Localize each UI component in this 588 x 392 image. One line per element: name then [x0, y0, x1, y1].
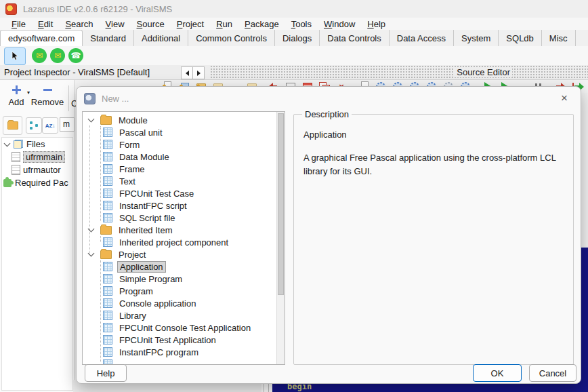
whatsapp-component-icon[interactable]: ☎: [68, 48, 83, 63]
tree-node-files[interactable]: Files: [2, 138, 72, 151]
unit-grid-icon: [103, 347, 112, 357]
add-button[interactable]: ▾ Add: [1, 83, 31, 113]
project-inspector-panel: ▾ Add Remove C AZ↓ m Files: [0, 80, 75, 392]
unit-grid-icon: [103, 201, 112, 210]
unit-grid-icon: [103, 298, 112, 308]
tree-folder-inherited-item[interactable]: Inherited Item: [83, 224, 285, 236]
ok-button[interactable]: OK: [473, 364, 522, 382]
description-groupbox: Description Application A graphical Free…: [293, 114, 574, 365]
tab-system[interactable]: System: [454, 30, 499, 46]
menu-bar: File Edit Search View Source Project Run…: [0, 18, 588, 30]
cursor-tool-button[interactable]: [4, 47, 26, 65]
tree-label: SQL Script file: [117, 213, 177, 223]
menu-window[interactable]: Window: [318, 18, 361, 30]
window-title: Lazarus IDE v2.0.6 r62129 - ViralSMS: [23, 4, 172, 14]
tree-node-ufrmautor[interactable]: ufrmautor: [2, 163, 72, 176]
tree-node-required-packages[interactable]: Required Pac: [2, 176, 72, 189]
tree-item-fpcunit-test-case[interactable]: FPCUnit Test Case: [83, 187, 285, 199]
sort-alphabetically-button[interactable]: AZ↓: [42, 117, 58, 134]
tree-label: Inherited Item: [117, 225, 175, 235]
tree-item-instantfpc-script[interactable]: InstantFPC script: [83, 199, 285, 212]
open-folder-button[interactable]: [3, 116, 22, 135]
tree-item-fpcunit-test-application[interactable]: FPCUnit Test Application: [83, 334, 285, 346]
tab-dialogs[interactable]: Dialogs: [275, 30, 320, 46]
menu-tools[interactable]: Tools: [285, 18, 318, 30]
menu-edit[interactable]: Edit: [32, 18, 59, 30]
unit-grid-icon: [103, 274, 112, 283]
cancel-button[interactable]: Cancel: [529, 364, 576, 382]
tab-data-access[interactable]: Data Access: [390, 30, 454, 46]
unit-file-icon: [12, 152, 20, 162]
sms-component-icon[interactable]: ✉: [32, 48, 47, 63]
tree-item-simple-program[interactable]: Simple Program: [83, 273, 285, 285]
tree-node-ufrmmain[interactable]: ufrmmain: [2, 151, 72, 163]
tab-sqldb[interactable]: SQLdb: [499, 30, 541, 46]
tree-item-program[interactable]: Program: [83, 285, 285, 297]
tree-item-pascal-unit[interactable]: Pascal unit: [83, 126, 285, 138]
menu-source[interactable]: Source: [131, 18, 171, 30]
show-hierarchy-button[interactable]: [26, 117, 42, 134]
tab-additional[interactable]: Additional: [134, 30, 188, 46]
tree-label: Files: [26, 139, 45, 149]
chevron-expanded-icon: [88, 250, 95, 257]
tree-item-form[interactable]: Form: [83, 138, 285, 151]
sms-inbox-component-icon[interactable]: ✉: [50, 48, 65, 63]
tab-common-controls[interactable]: Common Controls: [188, 30, 275, 46]
tree-label: ufrmautor: [23, 165, 61, 175]
tree-folder-project[interactable]: Project: [83, 248, 285, 260]
tree-item-data-module[interactable]: Data Module: [83, 151, 285, 163]
tree-item-fpcunit-console-test-application[interactable]: FPCUnit Console Test Application: [83, 321, 285, 334]
scrollbar-thumb[interactable]: [278, 113, 284, 295]
menu-package[interactable]: Package: [238, 18, 285, 30]
unit-grid-icon: [103, 140, 112, 149]
tree-item-inherited-project-component[interactable]: Inherited project component: [83, 236, 285, 248]
remove-label: Remove: [31, 97, 64, 107]
folder-icon: [100, 226, 112, 235]
menu-help[interactable]: Help: [361, 18, 392, 30]
description-body: A graphical Free Pascal application usin…: [303, 151, 569, 178]
tree-item-console-application[interactable]: Console application: [83, 297, 285, 309]
remove-button[interactable]: Remove: [33, 83, 62, 113]
cursor-arrow-icon: [10, 51, 20, 62]
menu-search[interactable]: Search: [59, 18, 99, 30]
filter-input[interactable]: m: [60, 117, 75, 132]
folder-icon: [100, 250, 112, 259]
tree-folder-module[interactable]: Module: [83, 114, 285, 126]
menu-run[interactable]: Run: [210, 18, 238, 30]
panel-header-row: Project Inspector - ViralSMS [Default] S…: [0, 65, 588, 80]
tree-item-frame[interactable]: Frame: [83, 163, 285, 175]
tree-item-application-selected[interactable]: Application: [83, 260, 285, 273]
chevron-expanded-icon: [88, 116, 95, 123]
unit-grid-icon: [103, 237, 112, 247]
tree-item-text[interactable]: Text: [83, 175, 285, 187]
tab-powerpdf[interactable]: PowerPdf: [586, 30, 588, 46]
tab-edysoftware[interactable]: edysoftware.com: [0, 30, 83, 46]
tab-scroll-right-button[interactable]: [192, 66, 205, 79]
lazarus-app-icon: [5, 3, 17, 15]
envelope-icon: ✉: [36, 52, 43, 60]
tree-item-instantfpc-program[interactable]: InstantFPC program: [83, 346, 285, 358]
tree-label: Project: [117, 250, 148, 260]
tree-label: Text: [117, 176, 138, 187]
close-icon[interactable]: ×: [556, 90, 572, 106]
tab-misc[interactable]: Misc: [542, 30, 576, 46]
component-palette-tabs: edysoftware.com Standard Additional Comm…: [0, 30, 588, 47]
tree-scrollbar[interactable]: [276, 112, 285, 364]
tab-scroll-left-button[interactable]: [181, 66, 193, 79]
tab-data-controls[interactable]: Data Controls: [320, 30, 389, 46]
menu-view[interactable]: View: [100, 18, 131, 30]
tree-item-library[interactable]: Library: [83, 309, 285, 321]
tree-item-sql-script-file[interactable]: SQL Script file: [83, 212, 285, 224]
tree-label: FPCUnit Console Test Application: [117, 323, 253, 333]
help-button[interactable]: Help: [85, 364, 127, 382]
dock-header-texture: [210, 65, 588, 79]
tab-standard[interactable]: Standard: [83, 30, 134, 46]
menu-project[interactable]: Project: [171, 18, 210, 30]
left-arrow-icon: [186, 71, 189, 76]
description-legend: Description: [302, 109, 352, 119]
description-item-title: Application: [303, 130, 347, 140]
tree-label: Inherited project component: [117, 237, 230, 248]
add-label: Add: [8, 97, 24, 107]
menu-file[interactable]: File: [5, 18, 32, 30]
lazarus-dialog-icon: [84, 93, 96, 104]
